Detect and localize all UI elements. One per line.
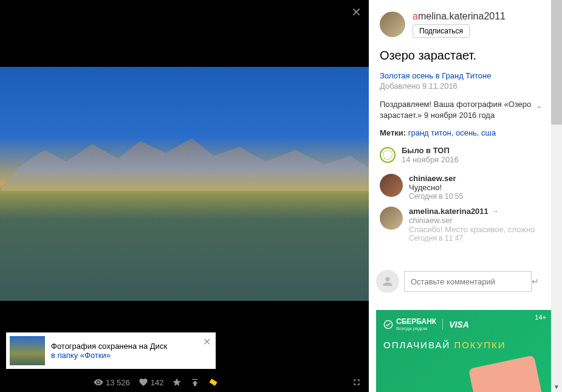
photo-toolbar: 13 526 142 [0, 373, 369, 392]
top-badge: Было в ТОП 14 ноября 2016 [380, 146, 543, 164]
tags-label: Метки: [380, 128, 406, 137]
ad-card-graphic [468, 355, 543, 392]
heart-icon [139, 377, 148, 387]
ad-headline: ОПЛАЧИВАЙ ПОКУПКИ [383, 340, 544, 350]
fullscreen-icon[interactable] [352, 377, 362, 387]
comment-input-row: ↵ [376, 267, 544, 295]
comment-item: amelina.katerina2011 → chiniaew.ser Спас… [380, 207, 543, 242]
scroll-thumb[interactable] [551, 0, 562, 125]
likes-count: 142 [151, 378, 164, 387]
commenter-avatar[interactable] [380, 207, 403, 230]
comment-time: Сегодня в 11:47 [409, 234, 535, 242]
tags-list[interactable]: гранд титон, осень, сша [408, 128, 496, 137]
scrollbar[interactable]: ▲ ▼ [551, 0, 562, 392]
date-added: Добавлено 9.11.2016 [380, 81, 543, 91]
views-count: 13 526 [106, 378, 130, 387]
album-link[interactable]: Золотая осень в Гранд Титоне [380, 71, 543, 80]
scroll-down-icon[interactable]: ▼ [551, 381, 562, 392]
subscribe-button[interactable]: Подписаться [413, 24, 470, 38]
notification-thumbnail [10, 336, 45, 365]
badge-date: 14 ноября 2016 [402, 155, 459, 164]
wreath-icon [380, 147, 396, 163]
comment-reply-to[interactable]: chiniaew.ser [409, 216, 535, 225]
comment-input[interactable] [404, 271, 532, 292]
congrats-text: Поздравляем! Ваша фотография «Озеро зара… [380, 99, 543, 121]
author-username[interactable]: amelina.katerina2011 [413, 11, 505, 22]
ad-age-label: 14+ [535, 314, 546, 321]
tags-row: Метки: гранд титон, осень, сша [380, 128, 543, 137]
visa-logo: VISA [449, 320, 469, 329]
comment-item: chiniaew.ser Чудесно! Сегодня в 10:55 [380, 174, 543, 201]
star-icon[interactable] [172, 377, 182, 387]
main-photo[interactable] [0, 67, 369, 301]
photo-title: Озеро зарастает. [380, 49, 543, 63]
photo-viewer: ✕ Фотография сохранена на Диск в папку «… [0, 0, 369, 392]
sberbank-logo: СБЕРБАНК Всегда рядом [383, 317, 436, 331]
comment-author[interactable]: chiniaew.ser [409, 174, 463, 183]
comment-text: Спасибо! Место красивое, сложно [409, 225, 535, 234]
eye-icon [94, 377, 103, 387]
save-notification: Фотография сохранена на Диск в папку «Фо… [6, 332, 216, 369]
close-icon[interactable]: ✕ [351, 5, 362, 19]
advertisement[interactable]: 14+ СБЕРБАНК Всегда рядом VISA ОПЛАЧИВАЙ… [376, 310, 551, 392]
badge-title: Было в ТОП [402, 146, 459, 155]
views-stat: 13 526 [94, 377, 130, 387]
disk-icon[interactable] [208, 377, 218, 387]
info-panel: amelina.katerina2011 Подписаться Озеро з… [369, 0, 551, 392]
comment-time: Сегодня в 10:55 [409, 192, 463, 201]
author-block: amelina.katerina2011 Подписаться [380, 11, 543, 38]
notification-folder-link[interactable]: в папку «Фотки» [51, 351, 212, 360]
comment-text: Чудесно! [409, 183, 463, 192]
likes-stat[interactable]: 142 [139, 377, 164, 387]
person-icon [381, 275, 394, 288]
notification-close-icon[interactable]: ✕ [203, 336, 211, 348]
share-icon[interactable] [190, 377, 200, 387]
chevron-down-icon[interactable]: ⌄ [536, 100, 543, 111]
notification-title: Фотография сохранена на Диск [51, 342, 212, 351]
submit-comment-icon[interactable]: ↵ [532, 277, 539, 286]
author-avatar[interactable] [380, 12, 405, 37]
commenter-avatar[interactable] [380, 174, 403, 197]
user-avatar-placeholder [376, 270, 399, 293]
comment-author[interactable]: amelina.katerina2011 [409, 207, 488, 216]
